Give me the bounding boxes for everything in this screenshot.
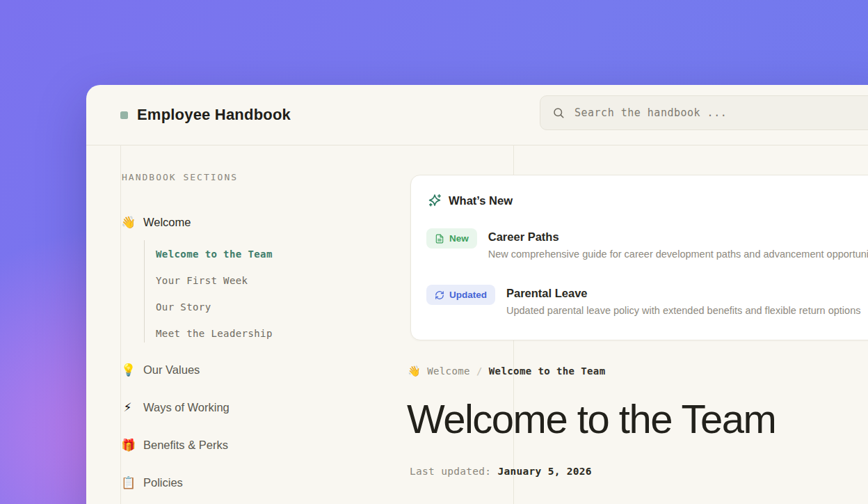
last-updated: Last updated: January 5, 2026 [410,466,592,477]
refresh-icon [435,290,444,300]
whats-new-item-title: Career Paths [488,230,868,244]
clipboard-icon: 📋 [121,477,134,489]
waving-hand-icon: 👋 [408,366,421,377]
sidebar-item-label: Benefits & Perks [143,439,228,452]
whats-new-title: What’s New [449,194,513,207]
sidebar-subitem-meet-the-leadership[interactable]: Meet the Leadership [156,328,273,339]
whats-new-item-title: Parental Leave [506,286,860,300]
search-bar[interactable] [540,95,868,130]
whats-new-header: What’s New [428,194,513,207]
sidebar-item-ways-of-working[interactable]: ⚡ Ways of Working [121,401,230,414]
sidebar-item-label: Our Values [143,363,200,377]
sparkles-icon [428,194,442,207]
lightning-icon: ⚡ [121,402,134,414]
page-title: Welcome to the Team [407,398,775,441]
badge-label: Updated [449,290,487,300]
breadcrumb-current-page: Welcome to the Team [489,365,606,377]
last-updated-label: Last updated: [410,466,497,477]
brand: Employee Handbook [120,85,291,145]
sidebar-item-welcome[interactable]: 👋 Welcome [121,216,191,229]
sidebar-item-label: Welcome [143,216,191,229]
app-title: Employee Handbook [137,106,291,124]
updated-badge: Updated [426,285,495,305]
whats-new-item-text: Career Paths New comprehensive guide for… [488,230,868,260]
app-window: Employee Handbook HANDBOOK SECTIONS 👋 We… [86,85,868,504]
app-header: Employee Handbook [86,85,868,145]
brand-logo-icon [120,111,128,119]
breadcrumb-separator: / [476,365,483,377]
search-icon [552,107,565,119]
sidebar-item-our-values[interactable]: 💡 Our Values [121,363,200,377]
badge-label: New [449,233,469,244]
breadcrumb-section-link[interactable]: Welcome [427,365,470,377]
whats-new-card: What’s New New Career Paths New comprehe… [410,175,868,340]
sub-nav-rail [144,240,145,342]
sidebar-subitem-welcome-to-the-team[interactable]: Welcome to the Team [156,249,273,260]
search-input[interactable] [573,106,868,120]
light-bulb-icon: 💡 [121,364,134,376]
whats-new-item-description: Updated parental leave policy with exten… [506,305,860,316]
sidebar-item-label: Ways of Working [143,401,230,414]
sidebar-item-policies[interactable]: 📋 Policies [121,476,183,489]
whats-new-item[interactable]: Updated Parental Leave Updated parental … [426,285,860,316]
whats-new-item-text: Parental Leave Updated parental leave po… [506,286,860,316]
gift-icon: 🎁 [121,439,134,451]
sidebar-heading: HANDBOOK SECTIONS [122,172,238,182]
desktop-background: Employee Handbook HANDBOOK SECTIONS 👋 We… [0,0,868,504]
sidebar-item-benefits-perks[interactable]: 🎁 Benefits & Perks [121,439,228,452]
sidebar-subitem-your-first-week[interactable]: Your First Week [156,275,248,286]
whats-new-item-description: New comprehensive guide for career devel… [488,249,868,260]
sidebar-item-label: Policies [143,476,183,489]
file-text-icon [435,234,444,244]
last-updated-value: January 5, 2026 [497,466,591,477]
sidebar-subitem-our-story[interactable]: Our Story [156,301,211,313]
new-badge: New [426,228,477,249]
whats-new-item[interactable]: New Career Paths New comprehensive guide… [426,228,868,260]
breadcrumb: 👋 Welcome / Welcome to the Team [408,365,606,377]
waving-hand-icon: 👋 [121,216,134,228]
